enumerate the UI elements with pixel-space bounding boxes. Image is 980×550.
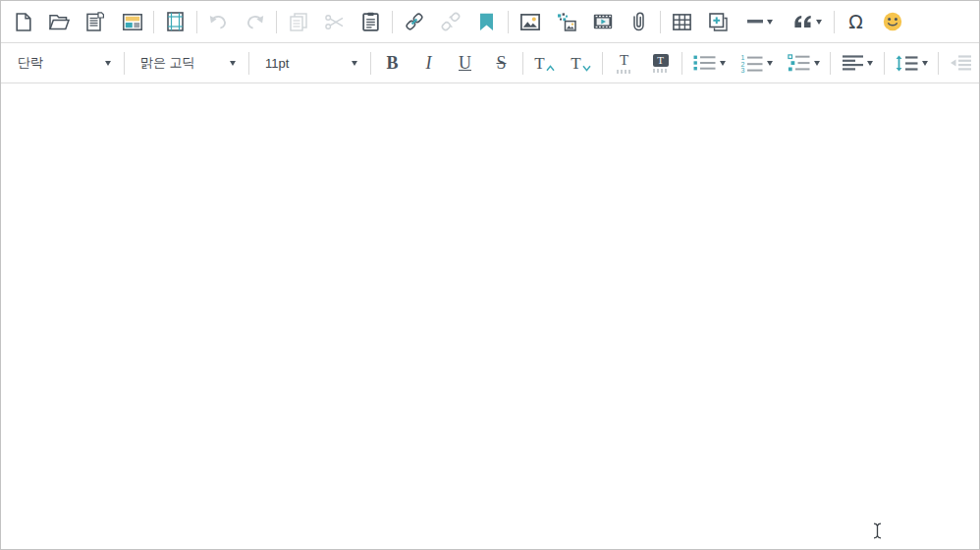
dropdown-caret-icon bbox=[767, 61, 773, 66]
photo-mosaic-button[interactable] bbox=[548, 6, 584, 37]
toolbar-insert: Ω bbox=[1, 1, 979, 43]
separator bbox=[834, 11, 835, 33]
background-color-icon: T bbox=[653, 54, 669, 73]
insert-frame-button[interactable] bbox=[700, 6, 736, 37]
clipboard-icon bbox=[362, 12, 379, 31]
underline-icon: U bbox=[459, 54, 471, 72]
align-left-icon bbox=[843, 55, 863, 71]
italic-icon: I bbox=[426, 54, 432, 72]
separator bbox=[508, 11, 509, 33]
font-size-select[interactable]: 11pt bbox=[252, 47, 367, 79]
undo-button[interactable] bbox=[200, 6, 237, 37]
strikethrough-icon: S bbox=[496, 54, 506, 72]
outdent-button[interactable] bbox=[942, 47, 978, 79]
open-folder-icon bbox=[49, 14, 70, 30]
attach-file-button[interactable] bbox=[621, 6, 657, 37]
text-color-button[interactable]: T bbox=[606, 47, 642, 79]
subscript-icon: T bbox=[571, 55, 590, 72]
template-layout-icon bbox=[123, 14, 142, 30]
underline-button[interactable]: U bbox=[447, 47, 483, 79]
rich-text-editor: Ω 단락 맑은 고딕 11pt B bbox=[0, 0, 980, 550]
separator bbox=[522, 52, 523, 75]
redo-button[interactable] bbox=[237, 6, 273, 37]
superscript-icon: T bbox=[534, 55, 554, 72]
document-lines-icon bbox=[86, 12, 105, 31]
font-size-value: 11pt bbox=[265, 56, 289, 71]
outdent-icon bbox=[950, 55, 971, 71]
separator bbox=[938, 52, 939, 75]
photo-mosaic-icon bbox=[557, 13, 576, 31]
align-button[interactable] bbox=[834, 47, 881, 79]
horizontal-rule-button[interactable] bbox=[736, 6, 784, 37]
outline-list-icon bbox=[788, 54, 810, 72]
dropdown-caret-icon bbox=[105, 61, 111, 66]
bullet-list-icon bbox=[693, 54, 716, 72]
horizontal-rule-icon bbox=[747, 20, 763, 24]
dropdown-caret-icon bbox=[720, 61, 726, 66]
new-document-icon bbox=[16, 13, 31, 31]
save-document-button[interactable] bbox=[78, 6, 114, 37]
bullet-list-button[interactable] bbox=[685, 47, 733, 79]
link-icon bbox=[405, 12, 424, 31]
strikethrough-button[interactable]: S bbox=[483, 47, 519, 79]
line-height-icon bbox=[896, 55, 918, 72]
separator bbox=[276, 11, 277, 33]
scissors-icon bbox=[325, 14, 344, 30]
bookmark-icon bbox=[479, 13, 494, 31]
numbered-list-button[interactable]: 1 2 3 bbox=[733, 47, 780, 79]
page-guides-icon bbox=[167, 12, 184, 31]
svg-text:3: 3 bbox=[740, 67, 744, 73]
separator bbox=[370, 52, 371, 75]
separator bbox=[153, 11, 154, 33]
insert-frame-icon bbox=[709, 13, 728, 31]
unlink-icon bbox=[441, 12, 461, 31]
blockquote-button[interactable] bbox=[784, 6, 831, 37]
numbered-list-icon: 1 2 3 bbox=[740, 54, 763, 73]
separator bbox=[830, 52, 831, 75]
omega-icon: Ω bbox=[848, 13, 863, 31]
italic-button[interactable]: I bbox=[410, 47, 447, 79]
bold-button[interactable]: B bbox=[374, 47, 410, 79]
video-icon bbox=[593, 14, 613, 29]
paragraph-style-select[interactable]: 단락 bbox=[5, 47, 121, 79]
dropdown-caret-icon bbox=[767, 20, 773, 25]
dropdown-caret-icon bbox=[814, 61, 820, 66]
image-button[interactable] bbox=[512, 6, 548, 37]
font-family-value: 맑은 고딕 bbox=[140, 54, 195, 72]
editor-content-area[interactable] bbox=[1, 83, 979, 549]
emoticon-button[interactable] bbox=[874, 6, 910, 37]
background-color-button[interactable]: T bbox=[642, 47, 679, 79]
undo-icon bbox=[209, 14, 228, 29]
bookmark-button[interactable] bbox=[468, 6, 505, 37]
separator bbox=[884, 52, 885, 75]
separator bbox=[124, 52, 125, 75]
open-folder-button[interactable] bbox=[41, 6, 78, 37]
separator bbox=[681, 52, 682, 75]
new-document-button[interactable] bbox=[5, 6, 41, 37]
paragraph-style-value: 단락 bbox=[18, 54, 43, 72]
table-icon bbox=[673, 14, 691, 30]
link-button[interactable] bbox=[396, 6, 432, 37]
page-guides-button[interactable] bbox=[157, 6, 193, 37]
paperclip-icon bbox=[632, 12, 645, 31]
video-button[interactable] bbox=[584, 6, 621, 37]
subscript-button[interactable]: T bbox=[563, 47, 599, 79]
outline-list-button[interactable] bbox=[780, 47, 827, 79]
copy-button[interactable] bbox=[280, 6, 316, 37]
template-button[interactable] bbox=[114, 6, 150, 37]
smiley-icon bbox=[883, 12, 902, 31]
font-family-select[interactable]: 맑은 고딕 bbox=[128, 47, 245, 79]
special-character-button[interactable]: Ω bbox=[838, 6, 874, 37]
superscript-button[interactable]: T bbox=[526, 47, 563, 79]
line-height-button[interactable] bbox=[888, 47, 935, 79]
separator bbox=[602, 52, 603, 75]
table-button[interactable] bbox=[664, 6, 700, 37]
cut-button[interactable] bbox=[316, 6, 353, 37]
dropdown-caret-icon bbox=[922, 61, 928, 66]
redo-icon bbox=[245, 14, 264, 29]
unlink-button[interactable] bbox=[432, 6, 468, 37]
separator bbox=[248, 52, 249, 75]
separator bbox=[392, 11, 393, 33]
image-icon bbox=[520, 14, 540, 30]
paste-button[interactable] bbox=[353, 6, 389, 37]
